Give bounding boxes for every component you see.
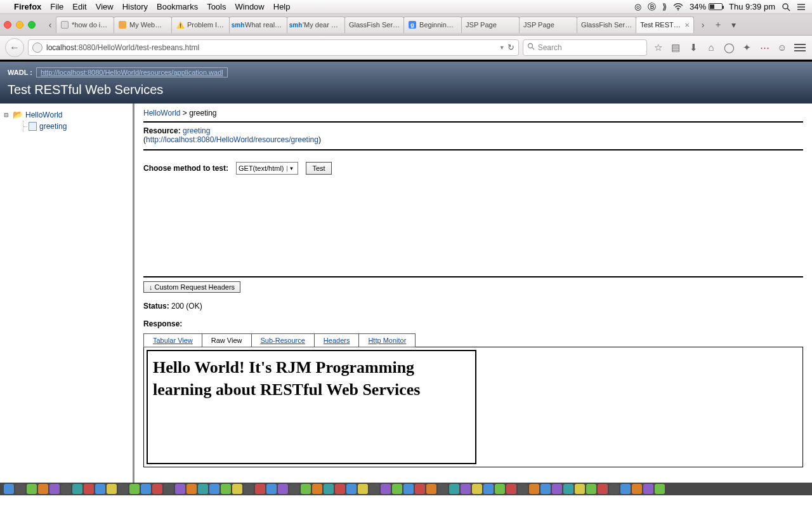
resource-name[interactable]: greeting	[183, 126, 210, 135]
dock-app-icon[interactable]	[129, 484, 140, 494]
dock-app-icon[interactable]	[563, 484, 573, 494]
dock-app-icon[interactable]	[266, 484, 277, 494]
dock-app-icon[interactable]	[118, 484, 128, 494]
menu-history[interactable]: History	[122, 2, 148, 11]
dock-app-icon[interactable]	[15, 484, 25, 494]
bookmark-star-icon[interactable]: ☆	[651, 41, 665, 55]
response-tab[interactable]: Http Monitor	[358, 333, 416, 347]
menu-tools[interactable]: Tools	[207, 2, 226, 11]
custom-headers-button[interactable]: ↓ Custom Request Headers	[143, 281, 240, 293]
dock-app-icon[interactable]	[38, 484, 48, 494]
dock-app-icon[interactable]	[187, 484, 197, 494]
tab-close-icon[interactable]: ✕	[684, 22, 690, 29]
tabscroll-left-icon[interactable]: ‹	[44, 17, 56, 32]
status-icon-2[interactable]: Ⓑ	[648, 1, 656, 13]
dock-app-icon[interactable]	[232, 484, 242, 494]
addon-icon-2[interactable]: ⋯	[757, 41, 771, 55]
dock-app-icon[interactable]	[244, 484, 254, 494]
dock-app-icon[interactable]	[632, 484, 642, 494]
reader-icon[interactable]: ▤	[669, 41, 683, 55]
browser-tab[interactable]: Test REST…✕	[636, 17, 694, 33]
tree-root[interactable]: ⊟ 📂 HelloWorld	[4, 109, 129, 121]
dock-app-icon[interactable]	[107, 484, 117, 494]
tab-overflow-icon[interactable]: ▾	[728, 17, 739, 32]
crumb-root[interactable]: HelloWorld	[143, 109, 180, 117]
resource-url[interactable]: http://localhost:8080/HelloWorld/resourc…	[146, 135, 318, 144]
browser-tab[interactable]: smhWhat real…	[229, 17, 287, 33]
dock-app-icon[interactable]	[449, 484, 459, 494]
tree-root-label[interactable]: HelloWorld	[25, 110, 62, 119]
dock-app-icon[interactable]	[403, 484, 414, 494]
dock-app-icon[interactable]	[221, 484, 231, 494]
dock-app-icon[interactable]	[575, 484, 585, 494]
notifications-icon[interactable]	[797, 3, 806, 11]
dock-app-icon[interactable]	[152, 484, 162, 494]
dock-app-icon[interactable]	[72, 484, 82, 494]
downloads-icon[interactable]: ⬇	[686, 41, 700, 55]
menu-help[interactable]: Help	[273, 2, 291, 11]
dock-app-icon[interactable]	[289, 484, 299, 494]
home-icon[interactable]: ⌂	[704, 41, 718, 55]
dock-app-icon[interactable]	[415, 484, 425, 494]
dock-app-icon[interactable]	[209, 484, 219, 494]
status-icon-1[interactable]: ◎	[634, 2, 641, 11]
tree-collapse-icon[interactable]: ⊟	[4, 112, 10, 118]
response-tab[interactable]: Tabular View	[143, 333, 202, 347]
dock-app-icon[interactable]	[61, 484, 71, 494]
dock-app-icon[interactable]	[426, 484, 436, 494]
new-tab-button[interactable]: ＋	[712, 17, 724, 32]
reload-icon[interactable]: ↻	[508, 43, 514, 52]
tree-child-label[interactable]: greeting	[39, 122, 67, 131]
dock-app-icon[interactable]	[324, 484, 334, 494]
wifi-icon[interactable]	[673, 3, 683, 11]
dock-app-icon[interactable]	[598, 484, 608, 494]
dock-app-icon[interactable]	[301, 484, 311, 494]
status-icon-3[interactable]: ⟫	[662, 2, 667, 11]
browser-tab[interactable]: smh'My dear …	[287, 17, 345, 33]
spotlight-icon[interactable]	[782, 3, 790, 11]
dock-app-icon[interactable]	[643, 484, 653, 494]
clock[interactable]: Thu 9:39 pm	[729, 2, 775, 11]
dock-app-icon[interactable]	[472, 484, 482, 494]
browser-tab[interactable]: My Web…	[114, 17, 172, 33]
response-tab[interactable]: Sub-Resource	[251, 333, 315, 347]
browser-tab[interactable]: ⚠️Problem I…	[171, 17, 230, 33]
dock-app-icon[interactable]	[461, 484, 471, 494]
dock-app-icon[interactable]	[586, 484, 596, 494]
dock-app-icon[interactable]	[495, 484, 505, 494]
dock-app-icon[interactable]	[198, 484, 208, 494]
search-field[interactable]: Search	[523, 39, 647, 56]
dock-app-icon[interactable]	[49, 484, 60, 494]
window-close[interactable]	[4, 21, 11, 29]
back-button[interactable]: ←	[5, 38, 24, 57]
dock-app-icon[interactable]	[27, 484, 37, 494]
dock-app-icon[interactable]	[529, 484, 539, 494]
dock-app-icon[interactable]	[175, 484, 185, 494]
browser-tab[interactable]: GlassFish Ser…	[577, 17, 636, 33]
test-button[interactable]: Test	[306, 162, 331, 175]
dock-app-icon[interactable]	[438, 484, 448, 494]
dock-app-icon[interactable]	[164, 484, 174, 494]
dock-app-icon[interactable]	[540, 484, 551, 494]
browser-tab[interactable]: gBeginnin…	[403, 17, 462, 33]
menu-button[interactable]	[793, 41, 807, 55]
dock-app-icon[interactable]	[141, 484, 151, 494]
dock-app-icon[interactable]	[392, 484, 402, 494]
dock-app-icon[interactable]	[358, 484, 368, 494]
dock-app-icon[interactable]	[335, 484, 345, 494]
dock-app-icon[interactable]	[552, 484, 562, 494]
dock-app-icon[interactable]	[346, 484, 357, 494]
browser-tab[interactable]: JSP Page	[519, 17, 577, 33]
dock-app-icon[interactable]	[255, 484, 265, 494]
dock-app-icon[interactable]	[84, 484, 94, 494]
window-minimize[interactable]	[16, 21, 23, 29]
dock-app-icon[interactable]	[518, 484, 528, 494]
dock-app-icon[interactable]	[381, 484, 391, 494]
dock-app-icon[interactable]	[655, 484, 665, 494]
dock-app-icon[interactable]	[609, 484, 619, 494]
dock-app-icon[interactable]	[620, 484, 631, 494]
dock-app-icon[interactable]	[278, 484, 288, 494]
url-field[interactable]: localhost:8080/HelloWorld/test-resbeans.…	[28, 39, 519, 56]
menu-bookmarks[interactable]: Bookmarks	[157, 2, 198, 11]
dock-app-icon[interactable]	[312, 484, 322, 494]
